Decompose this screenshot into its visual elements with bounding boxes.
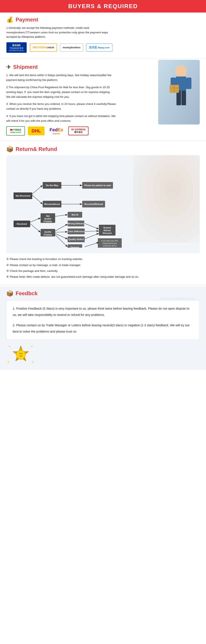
gold-star-badge: Your Text ★ ★ ★ ★ bbox=[6, 344, 35, 365]
svg-text:★: ★ bbox=[8, 345, 11, 348]
svg-text:Wrong Delivery: Wrong Delivery bbox=[68, 222, 85, 225]
svg-text:Quality: Quality bbox=[44, 231, 51, 233]
svg-point-1 bbox=[175, 66, 187, 77]
shipment-heading: Shipment bbox=[13, 64, 38, 70]
payment-section-title: 💰 Payment bbox=[6, 16, 200, 23]
svg-line-48 bbox=[32, 195, 42, 204]
svg-rect-4 bbox=[186, 78, 192, 89]
moneybookers-logo: moneybookers bbox=[60, 43, 83, 52]
payment-logos: BANK TRANSFER INTERNATIONAL WESTERN UNIO… bbox=[6, 42, 200, 53]
fedex-logo: FedEx Express bbox=[47, 126, 65, 136]
svg-line-47 bbox=[32, 186, 42, 194]
svg-text:requirements you: requirements you bbox=[102, 242, 117, 244]
svg-text:Received: Received bbox=[17, 223, 27, 225]
svg-rect-5 bbox=[177, 91, 181, 105]
shipment-section: ✈ Shipment 1. We wil bbox=[0, 60, 206, 139]
svg-text:Please be patient to wait: Please be patient to wait bbox=[84, 184, 111, 186]
svg-text:Not: Not bbox=[46, 215, 50, 217]
svg-line-55 bbox=[55, 232, 67, 232]
refund-heading: Return& Refund bbox=[16, 146, 57, 152]
page-title: BUYERS & REQUIRED bbox=[0, 3, 206, 10]
svg-text:Problem: Problem bbox=[44, 234, 52, 236]
svg-text:Quality: Quality bbox=[44, 218, 51, 220]
svg-text:Received/Lost: Received/Lost bbox=[44, 203, 60, 205]
payment-text: 1.Generally, we accept the following pay… bbox=[6, 26, 110, 39]
refund-note-1: ① Please check the tracking in formation… bbox=[6, 257, 200, 262]
payment-section: 💰 Payment 1.Generally, we accept the fol… bbox=[0, 12, 206, 57]
svg-text:Text: Text bbox=[19, 355, 22, 357]
western-union-logo: WESTERN UNION bbox=[30, 43, 57, 52]
feedback-text-1: 1. Positive Feedback (5 Stars) is very i… bbox=[13, 306, 193, 318]
shipment-content: 1. We will sent the items within 2-5days… bbox=[6, 73, 116, 124]
svg-line-57 bbox=[55, 235, 67, 247]
svg-line-60 bbox=[85, 234, 99, 239]
svg-text:If you have any else: If you have any else bbox=[101, 240, 118, 242]
svg-point-68 bbox=[16, 350, 25, 360]
delivery-person-image bbox=[158, 60, 200, 124]
svg-text:Discount: Discount bbox=[103, 232, 112, 234]
svg-text:★: ★ bbox=[31, 345, 33, 348]
dhl-logo: DHL bbox=[28, 126, 45, 135]
chinapost-logo: 🇨🇳 中国邮政 CHINA POST bbox=[6, 126, 25, 136]
page-header: BUYERS & REQUIRED bbox=[0, 0, 206, 12]
svg-text:Received/Refund: Received/Refund bbox=[84, 203, 103, 205]
svg-rect-6 bbox=[182, 91, 186, 105]
shipment-text-4: 4. If you have not got it within the shi… bbox=[6, 114, 116, 124]
svg-line-58 bbox=[85, 224, 99, 229]
refund-notes: ① Please check the tracking in formation… bbox=[6, 257, 200, 279]
svg-text:Quality Defect: Quality Defect bbox=[68, 238, 84, 240]
refund-icon: 📦 bbox=[6, 146, 13, 152]
svg-text:Problem: Problem bbox=[44, 220, 52, 223]
svg-text:Not fit: Not fit bbox=[72, 214, 78, 216]
svg-line-52 bbox=[30, 224, 40, 232]
feedback-text-2: 2. Please contact us by Trade Manager or… bbox=[13, 322, 193, 334]
svg-line-51 bbox=[30, 218, 40, 222]
svg-line-56 bbox=[55, 234, 67, 239]
shipping-logos: 🇨🇳 中国邮政 CHINA POST DHL FedEx Express SF … bbox=[6, 126, 200, 136]
feedback-section-title: 📦 Feedbck bbox=[6, 290, 200, 297]
alipay-logo: 支付宝 Alipay.com bbox=[86, 43, 112, 52]
feedback-content-box: 1. Positive Feedback (5 Stars) is very i… bbox=[6, 300, 200, 340]
feedback-icon: 📦 bbox=[6, 290, 13, 297]
svg-line-61 bbox=[85, 242, 99, 247]
payment-icon: 💰 bbox=[6, 16, 13, 23]
svg-text:On the Way: On the Way bbox=[46, 184, 58, 186]
refund-section: 📦 Return& Refund Not Received On the Way… bbox=[0, 142, 206, 284]
svg-text:could also tell us: could also tell us bbox=[103, 245, 117, 247]
svg-text:Your: Your bbox=[19, 352, 23, 354]
refund-note-3: ③ Check the package and Item, carefully. bbox=[6, 268, 200, 274]
svg-text:Damage: Damage bbox=[71, 246, 80, 248]
flowchart-svg: Not Received On the Way Please be patien… bbox=[8, 160, 198, 248]
payment-heading: Payment bbox=[16, 16, 38, 23]
svg-text:★: ★ bbox=[32, 360, 34, 364]
sf-express-logo: SF EXPRESS 顺丰速运 bbox=[68, 126, 89, 135]
refund-section-title: 📦 Return& Refund bbox=[6, 146, 200, 152]
shipment-text-2: 2.The shipment by China Post Registered … bbox=[6, 85, 116, 100]
svg-line-59 bbox=[85, 231, 99, 232]
refund-note-2: ② Please contact us by meesage, e-mail, … bbox=[6, 263, 200, 268]
svg-text:★: ★ bbox=[7, 360, 9, 364]
feedback-heading: Feedbck bbox=[16, 290, 38, 297]
svg-text:Resend: Resend bbox=[103, 226, 111, 229]
shipment-text-1: 1. We will sent the items within 2-5days… bbox=[6, 73, 116, 82]
shipment-text-3: 3. When you receive the items you ordere… bbox=[6, 102, 116, 111]
refund-flowchart: Not Received On the Way Please be patien… bbox=[6, 155, 200, 253]
svg-text:Color Difference: Color Difference bbox=[67, 230, 85, 233]
feedback-section: 📦 Feedbck Feedback 1. Positive Feedback … bbox=[0, 286, 206, 370]
shipment-icon: ✈ bbox=[6, 64, 11, 70]
svg-line-53 bbox=[55, 215, 67, 216]
refund-note-4: ④ Please Note: Men made defects are not … bbox=[6, 274, 200, 279]
svg-text:Not Received: Not Received bbox=[16, 194, 30, 197]
bank-transfer-logo: BANK TRANSFER INTERNATIONAL bbox=[6, 42, 27, 53]
svg-line-54 bbox=[55, 224, 67, 231]
svg-text:Refund: Refund bbox=[104, 229, 111, 232]
